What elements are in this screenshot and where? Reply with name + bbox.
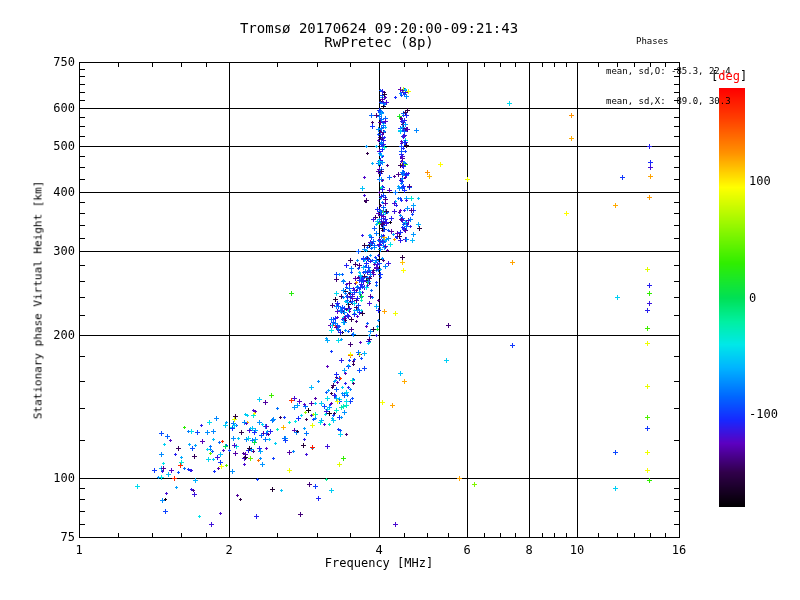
phase-stats-x-mode: mean, sd,X: 89.0, 30.3 [606, 96, 731, 106]
colorbar-unit-text: deg [718, 69, 740, 83]
ionogram-page: Tromsø 20170624 09:20:00-09:21:43 RwPret… [0, 0, 800, 600]
phase-stats-heading: Phases [606, 36, 731, 46]
bracket-close: ] [740, 69, 747, 83]
plot-subtitle: RwPretec (8p) [79, 34, 679, 50]
x-axis-title: Frequency [MHz] [79, 556, 679, 570]
colorbar-unit-label: [deg] [711, 69, 747, 83]
y-axis-title: Stationary phase Virtual Height [km] [32, 181, 45, 419]
